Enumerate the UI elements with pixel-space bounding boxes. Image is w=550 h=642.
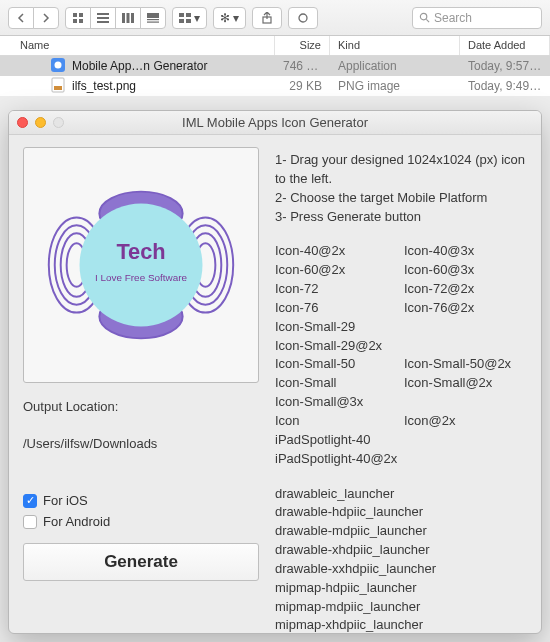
- column-view-button[interactable]: [115, 7, 141, 29]
- generate-button[interactable]: Generate: [23, 543, 259, 581]
- android-icon-item: drawable-hdpiic_launcher: [275, 503, 529, 522]
- icon-view-button[interactable]: [65, 7, 91, 29]
- svg-rect-2: [73, 19, 77, 23]
- checkbox-icon: [23, 515, 37, 529]
- file-icon: [50, 77, 66, 96]
- search-icon: [419, 12, 430, 23]
- file-kind: Application: [330, 59, 460, 73]
- android-icon-item: drawable-mdpiic_launcher: [275, 522, 529, 541]
- file-name: Mobile App…n Generator: [72, 59, 207, 73]
- action-button[interactable]: ✻▾: [213, 7, 246, 29]
- minimize-button[interactable]: [35, 117, 46, 128]
- svg-line-20: [426, 19, 429, 22]
- android-icon-item: mipmap-xhdpiic_launcher: [275, 616, 529, 634]
- svg-rect-1: [79, 13, 83, 17]
- ios-icons-list: Icon-40@2xIcon-40@3xIcon-60@2xIcon-60@3x…: [275, 242, 529, 468]
- file-size: 29 KB: [275, 79, 330, 93]
- file-kind: PNG image: [330, 79, 460, 93]
- ios-icon-item: Icon-Small-29: [275, 318, 529, 337]
- file-row[interactable]: ilfs_test.png29 KBPNG imageToday, 9:49 P…: [0, 76, 550, 96]
- svg-point-35: [80, 204, 203, 327]
- icon-title: Tech: [116, 239, 165, 264]
- svg-rect-6: [97, 21, 109, 23]
- checkbox-ios[interactable]: ✓ For iOS: [23, 493, 259, 508]
- zoom-button[interactable]: [53, 117, 64, 128]
- svg-rect-3: [79, 19, 83, 23]
- svg-rect-5: [97, 17, 109, 19]
- share-button[interactable]: [252, 7, 282, 29]
- file-size: 746 KB: [275, 59, 330, 73]
- svg-rect-15: [179, 19, 184, 23]
- android-icon-item: drawable-xhdpiic_launcher: [275, 541, 529, 560]
- ios-icon-item: Icon-Small: [275, 374, 400, 393]
- ios-icon-item: Icon-Small@2x: [404, 374, 529, 393]
- ios-icon-item: Icon: [275, 412, 400, 431]
- output-location-path: /Users/ilfsw/Downloads: [23, 436, 259, 451]
- svg-rect-7: [122, 13, 125, 23]
- icon-drop-area[interactable]: Tech I Love Free Software: [23, 147, 259, 383]
- svg-rect-24: [54, 86, 62, 90]
- checkbox-icon: ✓: [23, 494, 37, 508]
- column-size[interactable]: Size: [275, 36, 330, 55]
- svg-rect-13: [179, 13, 184, 17]
- window-controls: [17, 117, 64, 128]
- android-icon-item: drawable-xxhdpiic_launcher: [275, 560, 529, 579]
- svg-rect-8: [127, 13, 130, 23]
- close-button[interactable]: [17, 117, 28, 128]
- file-date: Today, 9:57 PM: [460, 59, 550, 73]
- android-icons-list: drawableic_launcherdrawable-hdpiic_launc…: [275, 485, 529, 635]
- forward-button[interactable]: [33, 7, 59, 29]
- column-date[interactable]: Date Added: [460, 36, 550, 55]
- ios-icon-item: Icon-72@2x: [404, 280, 529, 299]
- view-mode-segment: [65, 7, 166, 29]
- right-pane: 1- Drag your designed 1024x1024 (px) ico…: [271, 135, 541, 633]
- android-icon-item: mipmap-mdpiic_launcher: [275, 598, 529, 617]
- instruction-line: 3- Press Generate button: [275, 208, 529, 227]
- titlebar[interactable]: IML Mobile Apps Icon Generator: [9, 111, 541, 135]
- ios-icon-item: Icon-76: [275, 299, 400, 318]
- ios-icon-item: Icon-Small@3x: [275, 393, 529, 412]
- svg-rect-0: [73, 13, 77, 17]
- icon-subtitle: I Love Free Software: [95, 272, 187, 283]
- column-kind[interactable]: Kind: [330, 36, 460, 55]
- ios-icon-item: Icon-72: [275, 280, 400, 299]
- instructions: 1- Drag your designed 1024x1024 (px) ico…: [275, 151, 529, 226]
- output-location-label: Output Location:: [23, 399, 259, 414]
- file-icon: [50, 57, 66, 76]
- file-name: ilfs_test.png: [72, 79, 136, 93]
- window-title: IML Mobile Apps Icon Generator: [9, 115, 541, 130]
- svg-rect-10: [147, 13, 159, 18]
- checkbox-label: For iOS: [43, 493, 88, 508]
- file-row[interactable]: Mobile App…n Generator746 KBApplicationT…: [0, 56, 550, 76]
- svg-point-19: [420, 13, 426, 19]
- ios-icon-item: Icon-60@2x: [275, 261, 400, 280]
- coverflow-view-button[interactable]: [140, 7, 166, 29]
- ios-icon-item: iPadSpotlight-40: [275, 431, 529, 450]
- search-input[interactable]: Search: [412, 7, 542, 29]
- finder-list: Name Size Kind Date Added Mobile App…n G…: [0, 36, 550, 96]
- svg-rect-16: [186, 19, 191, 23]
- checkbox-label: For Android: [43, 514, 110, 529]
- list-view-button[interactable]: [90, 7, 116, 29]
- ios-icon-item: Icon@2x: [404, 412, 529, 431]
- back-button[interactable]: [8, 7, 34, 29]
- svg-rect-14: [186, 13, 191, 17]
- file-date: Today, 9:49 PM: [460, 79, 550, 93]
- tags-button[interactable]: [288, 7, 318, 29]
- ios-icon-item: Icon-40@2x: [275, 242, 400, 261]
- ios-icon-item: Icon-Small-29@2x: [275, 337, 529, 356]
- nav-buttons: [8, 7, 59, 29]
- ios-icon-item: Icon-Small-50@2x: [404, 355, 529, 374]
- column-name[interactable]: Name: [0, 36, 275, 55]
- search-placeholder: Search: [434, 11, 472, 25]
- svg-point-18: [299, 14, 307, 22]
- android-icon-item: drawableic_launcher: [275, 485, 529, 504]
- ios-icon-item: Icon-60@3x: [404, 261, 529, 280]
- chevron-down-icon: ▾: [194, 11, 200, 25]
- finder-toolbar: ▾ ✻▾ Search: [0, 0, 550, 36]
- svg-rect-9: [131, 13, 134, 23]
- ios-icon-item: Icon-76@2x: [404, 299, 529, 318]
- svg-rect-12: [147, 21, 159, 22]
- arrange-button[interactable]: ▾: [172, 7, 207, 29]
- checkbox-android[interactable]: For Android: [23, 514, 259, 529]
